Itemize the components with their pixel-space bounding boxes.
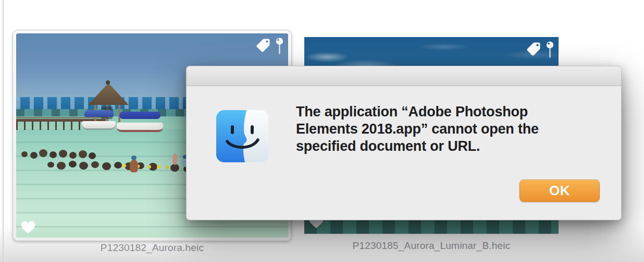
filename-label: P1230182_Aurora.heic (13, 242, 292, 254)
photo-hut-finial (106, 80, 110, 85)
dialog-message-line: Elements 2018.app” cannot open the (296, 121, 556, 138)
alert-dialog: The application “Adobe Photoshop Element… (186, 66, 622, 220)
panel-divider (3, 0, 4, 262)
filename-label: P1230185_Aurora_Luminar_B.heic (304, 240, 559, 252)
heart-icon[interactable] (20, 219, 36, 234)
photo-boat-canopy (84, 110, 114, 117)
tag-icon (255, 38, 271, 53)
photo-sky (304, 37, 559, 69)
photo-rocks (47, 162, 54, 168)
tag-icon (526, 41, 541, 57)
photo-person (172, 153, 177, 165)
ok-button[interactable]: OK (519, 180, 600, 202)
photo-rocks (21, 151, 28, 157)
finder-icon (215, 110, 269, 162)
dialog-message-line: specified document or URL. (296, 138, 556, 155)
photo-thumbnail-3-partial[interactable] (627, 2, 644, 237)
dialog-message: The application “Adobe Photoshop Element… (296, 103, 556, 155)
dialog-titlebar[interactable] (187, 66, 621, 86)
photo-buoys (122, 164, 126, 168)
photo-swimmer (130, 160, 138, 172)
photo-boat-hull (82, 121, 116, 130)
photo-pier-rail (16, 117, 106, 118)
photo-boat2-hull (117, 123, 163, 132)
pin-icon (276, 38, 283, 55)
photo-water (304, 218, 559, 234)
pin-icon (546, 41, 554, 59)
photo-boat2-canopy (119, 112, 160, 119)
dialog-message-line: The application “Adobe Photoshop (296, 103, 556, 121)
